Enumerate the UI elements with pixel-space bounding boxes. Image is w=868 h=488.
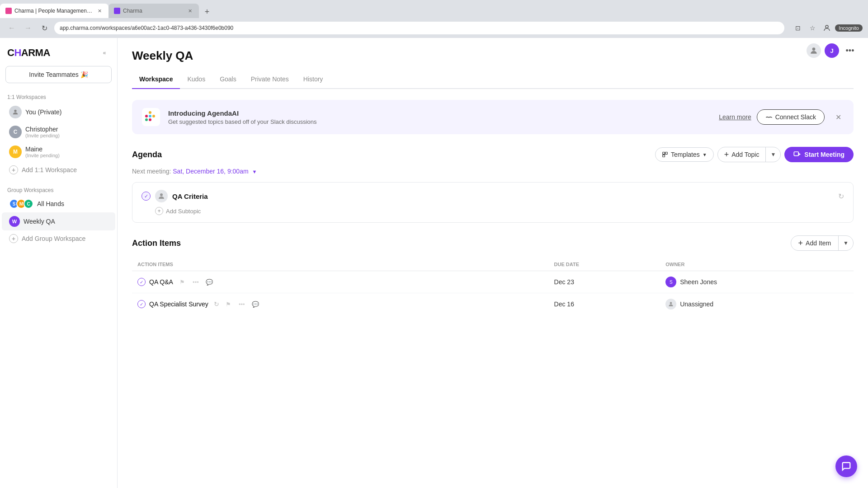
svg-point-2 bbox=[812, 47, 816, 51]
tab-workspace[interactable]: Workspace bbox=[132, 72, 180, 89]
bookmark-icon[interactable]: ☆ bbox=[806, 22, 819, 34]
avatar-maine: M bbox=[9, 145, 22, 158]
add-group-workspace-button[interactable]: + Add Group Workspace bbox=[2, 230, 115, 247]
action-item-name-1: QA Q&A ⚑ ••• 💬 bbox=[137, 277, 543, 287]
incognito-button[interactable]: Incognito bbox=[835, 24, 863, 32]
row-more-icon-1[interactable]: ••• bbox=[190, 277, 201, 287]
tab-inactive[interactable]: Charma ✕ bbox=[108, 4, 199, 18]
start-meeting-label: Start Meeting bbox=[804, 151, 844, 158]
svg-rect-4 bbox=[145, 115, 148, 117]
owner-avatar-2 bbox=[665, 299, 676, 310]
address-bar[interactable]: app.charma.com/workspaces/a6e00ac2-1ac0-… bbox=[54, 22, 784, 34]
tab-goals[interactable]: Goals bbox=[212, 72, 244, 89]
add-subtopic-label: Add Subtopic bbox=[166, 208, 201, 215]
tab-history[interactable]: History bbox=[296, 72, 330, 89]
action-check-2[interactable] bbox=[137, 300, 146, 308]
svg-rect-6 bbox=[149, 111, 151, 114]
svg-point-0 bbox=[826, 25, 828, 28]
templates-label: Templates bbox=[671, 151, 700, 158]
due-date-1: Dec 23 bbox=[554, 278, 574, 286]
add-topic-main-button[interactable]: + Add Topic bbox=[718, 147, 766, 162]
owner-avatar-1: S bbox=[665, 277, 676, 287]
svg-rect-9 bbox=[149, 118, 151, 121]
action-items-header: Action Items + Add Item ▼ bbox=[132, 235, 854, 251]
tab-active[interactable]: Charma | People Management S... ✕ bbox=[0, 4, 108, 18]
col-header-action-items: ACTION ITEMS bbox=[132, 258, 549, 271]
due-date-cell-2: Dec 16 bbox=[549, 293, 660, 315]
page-title: Weekly QA bbox=[132, 49, 854, 63]
action-sync-icon[interactable]: ↻ bbox=[214, 300, 219, 308]
sidebar: CHARMA « Invite Teammates 🎉 1:1 Workspac… bbox=[0, 38, 118, 488]
row-comment-icon-2[interactable]: 💬 bbox=[250, 299, 261, 310]
agenda-item-avatar bbox=[155, 190, 168, 202]
add-one-on-one-button[interactable]: + Add 1:1 Workspace bbox=[2, 162, 115, 178]
col-header-owner: OWNER bbox=[660, 258, 854, 271]
sidebar-item-weekly-qa[interactable]: W Weekly QA bbox=[2, 212, 115, 230]
forward-button[interactable]: → bbox=[22, 22, 34, 34]
banner-actions: Learn more Connect Slack bbox=[719, 109, 825, 125]
add-item-label: Add Item bbox=[806, 239, 831, 247]
banner-text: Introducing AgendaAI Get suggested topic… bbox=[168, 109, 712, 125]
add-subtopic-button[interactable]: + Add Subtopic bbox=[142, 207, 844, 215]
tab-close-2[interactable]: ✕ bbox=[186, 7, 193, 14]
start-meeting-button[interactable]: Start Meeting bbox=[784, 147, 854, 162]
row-flag-icon-1[interactable]: ⚑ bbox=[177, 277, 188, 287]
agenda-sync-icon[interactable]: ↻ bbox=[838, 192, 844, 201]
svg-rect-11 bbox=[665, 152, 668, 155]
back-button[interactable]: ← bbox=[5, 22, 18, 34]
meeting-date-chevron-icon: ▼ bbox=[252, 169, 257, 174]
sidebar-item-maine[interactable]: M Maine (Invite pending) bbox=[2, 142, 115, 162]
meeting-date-link[interactable]: Sat, December 16, 9:00am bbox=[173, 168, 248, 175]
sidebar-collapse-button[interactable]: « bbox=[99, 47, 110, 58]
svg-point-15 bbox=[670, 302, 672, 304]
connect-slack-label: Connect Slack bbox=[775, 113, 816, 121]
add-topic-plus-icon: + bbox=[724, 150, 729, 159]
tab-bar: Charma | People Management S... ✕ Charma… bbox=[0, 0, 868, 18]
connect-slack-button[interactable]: Connect Slack bbox=[757, 109, 825, 125]
svg-rect-10 bbox=[663, 152, 665, 155]
add-item-plus-icon: + bbox=[798, 239, 803, 247]
row-flag-icon-2[interactable]: ⚑ bbox=[223, 299, 234, 310]
slack-logo-icon bbox=[141, 107, 161, 127]
sidebar-item-all-hands[interactable]: S M C All Hands bbox=[2, 195, 115, 212]
row-more-icon-2[interactable]: ••• bbox=[236, 299, 247, 310]
tab-close-1[interactable]: ✕ bbox=[96, 7, 103, 14]
agenda-item-check[interactable] bbox=[142, 192, 151, 201]
action-check-1[interactable] bbox=[137, 278, 146, 286]
tab-kudos[interactable]: Kudos bbox=[180, 72, 212, 89]
learn-more-link[interactable]: Learn more bbox=[719, 113, 751, 121]
browser-icons: ⊡ ☆ Incognito bbox=[792, 22, 863, 34]
add-item-dropdown-button[interactable]: ▼ bbox=[839, 237, 853, 249]
add-item-main-button[interactable]: + Add Item bbox=[791, 236, 839, 250]
add-topic-button-group: + Add Topic ▼ bbox=[717, 147, 781, 162]
invite-teammates-button[interactable]: Invite Teammates 🎉 bbox=[5, 66, 112, 83]
sidebar-item-christopher[interactable]: C Christopher (Invite pending) bbox=[2, 122, 115, 142]
sidebar-item-name-christopher: Christopher bbox=[25, 126, 108, 133]
agenda-ai-banner: Introducing AgendaAI Get suggested topic… bbox=[132, 100, 854, 134]
group-workspaces-section-label: Group Workspaces bbox=[0, 183, 117, 195]
banner-close-button[interactable]: ✕ bbox=[832, 111, 844, 123]
new-tab-button[interactable]: + bbox=[201, 5, 213, 18]
owner-name-2: Unassigned bbox=[680, 300, 713, 308]
app-container: CHARMA « Invite Teammates 🎉 1:1 Workspac… bbox=[0, 38, 868, 488]
weekly-qa-avatar: W bbox=[9, 216, 20, 227]
add-group-label: Add Group Workspace bbox=[22, 235, 85, 242]
owner-cell-2: Unassigned bbox=[660, 293, 854, 315]
header-toolbar: J ••• bbox=[796, 38, 868, 63]
tab-private-notes[interactable]: Private Notes bbox=[244, 72, 296, 89]
toolbar-avatar-user[interactable] bbox=[807, 43, 821, 58]
toolbar-avatar-active[interactable]: J bbox=[825, 43, 839, 58]
cast-icon[interactable]: ⊡ bbox=[792, 22, 804, 34]
add-topic-dropdown-button[interactable]: ▼ bbox=[766, 148, 780, 161]
sidebar-item-you-private[interactable]: You (Private) bbox=[2, 102, 115, 122]
page-tabs: Workspace Kudos Goals Private Notes Hist… bbox=[132, 72, 854, 89]
row-comment-icon-1[interactable]: 💬 bbox=[204, 277, 215, 287]
templates-button[interactable]: Templates ▼ bbox=[655, 147, 714, 162]
browser-chrome: Charma | People Management S... ✕ Charma… bbox=[0, 0, 868, 38]
toolbar-more-button[interactable]: ••• bbox=[843, 43, 857, 58]
action-item-cell-2: QA Specialist Survey ↻ ⚑ ••• 💬 bbox=[132, 293, 549, 315]
svg-rect-5 bbox=[149, 115, 151, 117]
profile-icon[interactable] bbox=[821, 22, 833, 34]
chat-fab-button[interactable] bbox=[835, 455, 857, 477]
reload-button[interactable]: ↻ bbox=[38, 22, 51, 34]
